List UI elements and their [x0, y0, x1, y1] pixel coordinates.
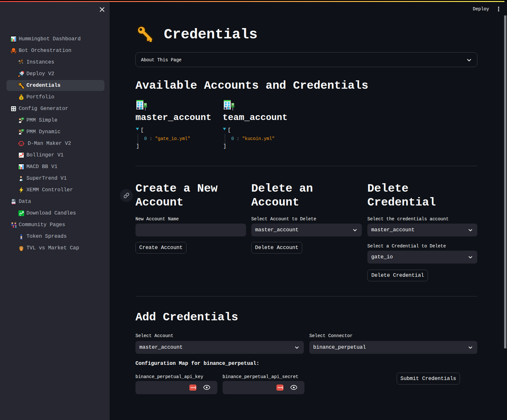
svg-text:$: $	[20, 96, 22, 100]
